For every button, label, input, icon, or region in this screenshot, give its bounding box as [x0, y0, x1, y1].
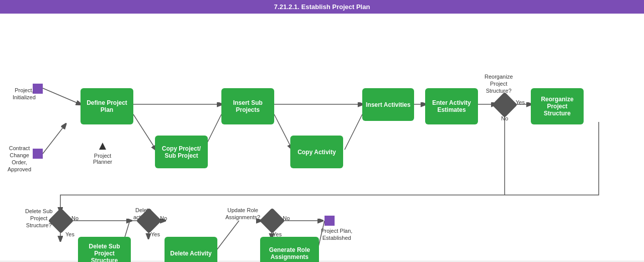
copy-project-label: Copy Project/Sub Project [162, 145, 201, 159]
svg-line-0 [43, 88, 80, 104]
generate-role-assignments-label: Generate RoleAssignments [269, 246, 310, 260]
insert-activities-label: Insert Activities [366, 101, 411, 108]
svg-line-7 [345, 114, 362, 150]
insert-sub-projects-box: Insert SubProjects [221, 88, 274, 124]
svg-line-5 [274, 114, 292, 149]
header: 7.21.2.1. Establish Project Plan [0, 0, 644, 14]
generate-role-assignments-box: Generate RoleAssignments [260, 237, 319, 262]
delete-activity-no-label: No [160, 215, 167, 221]
delete-sub-project-structure-label: Delete SubProjectStructure [89, 243, 120, 263]
insert-activities-box: Insert Activities [362, 88, 414, 121]
update-role-diamond [260, 208, 285, 234]
copy-activity-label: Copy Activity [297, 149, 336, 156]
delete-activity-box: Delete Activity [165, 237, 217, 262]
header-title: 7.21.2.1. Establish Project Plan [274, 3, 370, 11]
update-role-no-label: No [283, 215, 290, 221]
enter-activity-estimates-label: Enter ActivityEstimates [432, 99, 471, 113]
reorganize-project-structure-box: ReorganizeProjectStructure [531, 88, 584, 124]
reorganize-project-structure-label: ReorganizeProjectStructure [541, 96, 574, 117]
update-role-question-label: Update RoleAssignments? [225, 207, 260, 221]
delete-sub-question-label: Delete SubProjectStructure? [25, 208, 52, 229]
canvas: Project,Initialized ContractChangeOrder,… [0, 14, 644, 260]
copy-activity-box: Copy Activity [290, 136, 343, 168]
svg-line-3 [133, 114, 156, 150]
define-project-plan-box: Define ProjectPlan [80, 88, 133, 124]
label-project-initialized: Project,Initialized [13, 87, 36, 101]
project-planner-label: ▲ ProjectPlanner [93, 139, 112, 165]
reorganize-diamond [492, 92, 518, 118]
delete-sub-no-label: No [71, 215, 78, 221]
reorganize-question-label: ReorganizeProjectStructure? [485, 73, 513, 94]
insert-sub-projects-label: Insert SubProjects [233, 99, 263, 113]
svg-line-1 [43, 124, 65, 154]
delete-activity-label: Delete Activity [170, 250, 211, 257]
delete-sub-yes-label: Yes [65, 231, 74, 237]
reorganize-yes-label: Yes [516, 99, 525, 105]
label-contract-change-order: ContractChangeOrder,Approved [8, 145, 31, 173]
start-event-contract-change-order [33, 149, 43, 159]
copy-project-box: Copy Project/Sub Project [155, 136, 208, 168]
label-project-plan-established: Project Plan,Established [321, 227, 352, 241]
define-project-plan-label: Define ProjectPlan [87, 99, 127, 113]
reorganize-no-label: No [501, 115, 508, 121]
enter-activity-estimates-box: Enter ActivityEstimates [425, 88, 478, 124]
end-event-project-plan [325, 216, 335, 226]
delete-activity-yes-label: Yes [151, 231, 160, 237]
svg-line-19 [216, 221, 239, 250]
delete-sub-project-structure-box: Delete SubProjectStructure [78, 237, 131, 262]
